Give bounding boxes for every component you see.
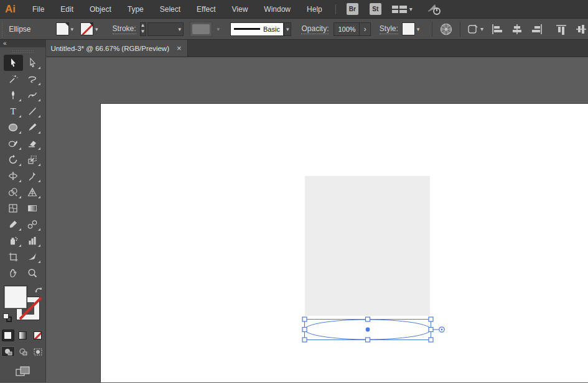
workspace-switcher[interactable]: ▾	[392, 6, 413, 13]
align-center-icon[interactable]	[511, 24, 523, 35]
shape-properties-button[interactable]: ▾	[465, 22, 485, 37]
puppet-warp-tool[interactable]	[23, 168, 42, 184]
pen-tool[interactable]	[4, 87, 23, 103]
artboard-tool[interactable]	[4, 249, 23, 265]
screen-mode-button[interactable]	[14, 366, 32, 378]
stroke-weight-stepper[interactable]: ▲▼	[140, 22, 146, 36]
align-left-icon[interactable]	[491, 24, 503, 35]
ellipse-tool-icon	[7, 122, 19, 133]
controlbar-grip[interactable]	[1, 21, 2, 37]
bridge-button[interactable]: Br	[347, 3, 358, 15]
chevron-down-icon: ▾	[284, 22, 292, 36]
swap-fill-stroke-icon[interactable]	[34, 286, 43, 294]
gradient-button[interactable]	[17, 330, 29, 341]
valign-top-icon[interactable]	[556, 24, 568, 35]
collapse-panel-button[interactable]: «	[3, 40, 7, 47]
canvas[interactable]	[46, 57, 588, 382]
tab-strip: Untitled-3* @ 66.67% (RGB/Preview) ×	[46, 40, 588, 57]
puppet-warp-tool-icon	[27, 170, 38, 182]
touch-workspace-icon	[426, 3, 442, 16]
shape-builder-tool-icon	[7, 187, 19, 198]
selection-tool[interactable]	[4, 55, 23, 71]
stroke-weight-combo[interactable]: ▾	[147, 22, 184, 36]
shaper-tool[interactable]	[4, 136, 23, 152]
scale-tool-icon	[27, 154, 38, 165]
touch-workspace-button[interactable]	[426, 3, 442, 16]
gradient-tool-icon	[27, 203, 38, 214]
lasso-tool[interactable]	[23, 71, 42, 87]
fill-proxy[interactable]	[4, 286, 27, 308]
menu-type[interactable]: Type	[119, 0, 152, 19]
chevron-down-icon: ▾	[177, 24, 184, 35]
perspective-grid-tool[interactable]	[23, 184, 42, 200]
menu-file[interactable]: File	[24, 0, 52, 19]
menu-select[interactable]: Select	[152, 0, 189, 19]
center-point-handle[interactable]	[366, 328, 370, 332]
menu-window[interactable]: Window	[256, 0, 299, 19]
column-graph-tool[interactable]	[23, 233, 42, 249]
stroke-color-control[interactable]: ▾	[80, 22, 100, 35]
graphic-style-control[interactable]: ▾	[402, 22, 422, 35]
rotate-tool[interactable]	[4, 152, 23, 168]
illustrator-logo: Ai	[5, 3, 16, 16]
symbol-sprayer-tool[interactable]	[4, 233, 23, 249]
opacity-value: 100%	[334, 25, 359, 33]
basic-brush-stroke-icon	[234, 28, 260, 30]
recolor-artwork-button[interactable]	[438, 21, 454, 37]
style-label[interactable]: Style:	[380, 24, 398, 34]
ellipse-tool[interactable]	[4, 119, 23, 136]
stroke-weight-label[interactable]: Stroke:	[113, 24, 136, 34]
blend-tool[interactable]	[23, 216, 42, 233]
chevron-down-icon: ▾	[480, 25, 483, 32]
width-tool[interactable]	[4, 168, 23, 184]
zoom-tool-icon	[27, 267, 38, 279]
opacity-arrow-icon[interactable]: ›	[359, 23, 370, 35]
slice-tool[interactable]	[23, 249, 42, 265]
align-right-icon[interactable]	[531, 24, 543, 35]
valign-center-icon[interactable]	[576, 24, 588, 35]
line-segment-tool[interactable]	[23, 103, 42, 119]
eraser-tool[interactable]	[23, 136, 42, 152]
direct-selection-tool[interactable]	[23, 55, 42, 71]
chevron-down-icon: ▾	[215, 24, 222, 35]
pen-tool-icon	[7, 90, 19, 101]
mesh-tool[interactable]	[4, 200, 23, 216]
document-tab[interactable]: Untitled-3* @ 66.67% (RGB/Preview) ×	[46, 40, 188, 57]
stock-button[interactable]: St	[370, 3, 381, 15]
color-button[interactable]	[2, 330, 14, 341]
style-swatch-icon	[402, 22, 415, 35]
tools-panel-grip[interactable]	[12, 50, 34, 53]
fill-color-control[interactable]: ▾	[56, 22, 76, 35]
tools-panel: «	[0, 40, 46, 382]
zoom-tool[interactable]	[23, 265, 42, 281]
close-tab-icon[interactable]: ×	[175, 44, 183, 53]
menu-object[interactable]: Object	[82, 0, 119, 19]
magic-wand-tool[interactable]	[4, 71, 23, 87]
opacity-label[interactable]: Opacity:	[301, 24, 329, 34]
draw-normal-button[interactable]	[1, 346, 15, 357]
document-tab-title: Untitled-3* @ 66.67% (RGB/Preview)	[50, 45, 169, 52]
scale-tool[interactable]	[23, 152, 42, 168]
none-button[interactable]	[32, 330, 44, 341]
menu-effect[interactable]: Effect	[189, 0, 223, 19]
paintbrush-tool[interactable]	[23, 119, 42, 136]
curvature-tool[interactable]	[23, 87, 42, 103]
ellipse-selection[interactable]	[298, 313, 450, 345]
shape-builder-tool[interactable]	[4, 184, 23, 200]
eyedropper-tool[interactable]	[4, 216, 23, 233]
opacity-control[interactable]: 100% ›	[334, 22, 370, 36]
type-tool[interactable]: T	[4, 103, 23, 119]
hand-tool[interactable]	[4, 265, 23, 281]
draw-inside-button[interactable]	[31, 346, 45, 357]
stroke-none-swatch-icon	[80, 22, 93, 35]
gradient-tool[interactable]	[23, 200, 42, 216]
default-fill-stroke-icon[interactable]	[3, 313, 12, 322]
direct-selection-tool-icon	[27, 57, 38, 68]
brush-definition-control[interactable]: Basic ▾	[230, 22, 292, 36]
menu-edit[interactable]: Edit	[52, 0, 82, 19]
document-area: Untitled-3* @ 66.67% (RGB/Preview) ×	[46, 40, 588, 382]
menu-view[interactable]: View	[224, 0, 256, 19]
menu-help[interactable]: Help	[299, 0, 330, 19]
rectangle-shape[interactable]	[305, 176, 430, 316]
draw-behind-button[interactable]	[16, 346, 30, 357]
